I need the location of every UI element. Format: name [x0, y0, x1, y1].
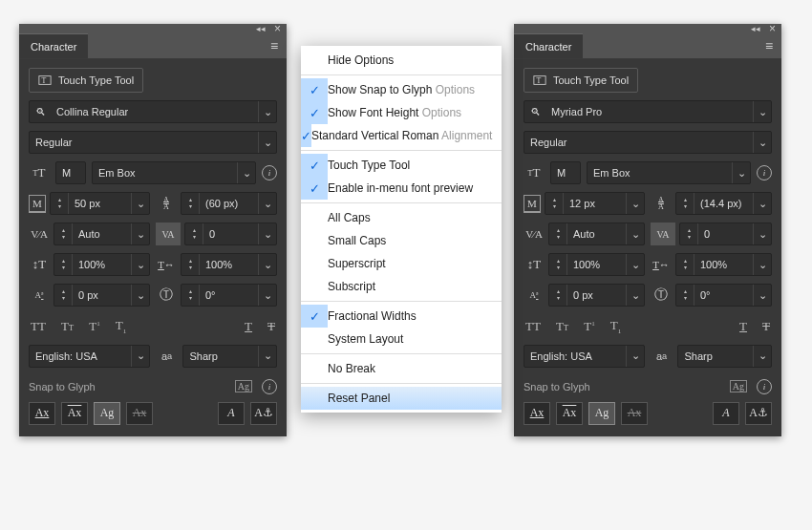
all-caps-icon[interactable]: TT — [525, 319, 541, 334]
chevron-down-icon[interactable]: ⌄ — [131, 346, 149, 367]
stepper-icon[interactable]: ▴▾ — [182, 285, 200, 306]
hscale-field[interactable]: ▴▾ 100% ⌄ — [675, 253, 772, 276]
touch-type-tool-button[interactable]: T Touch Type Tool — [29, 68, 143, 93]
snap-baseline-icon[interactable]: Ax — [524, 402, 550, 425]
chevron-down-icon[interactable]: ⌄ — [258, 132, 276, 153]
vscale-field[interactable]: ▴▾ 100% ⌄ — [548, 253, 645, 276]
menu-show-snap-to-glyph[interactable]: ✓Show Snap to Glyph Options — [301, 78, 502, 101]
chevron-down-icon[interactable]: ⌄ — [753, 223, 771, 244]
small-caps-icon[interactable]: TT — [61, 319, 74, 334]
chevron-down-icon[interactable]: ⌄ — [258, 254, 276, 275]
menu-show-font-height[interactable]: ✓Show Font Height Options — [301, 101, 502, 124]
font-size-field[interactable]: ▴▾ 12 px ⌄ — [545, 192, 645, 215]
menu-enable-inmenu-preview[interactable]: ✓Enable in-menu font preview — [301, 177, 502, 200]
stepper-icon[interactable]: ▴▾ — [51, 193, 69, 214]
stepper-icon[interactable]: ▴▾ — [54, 254, 73, 275]
snap-proximity-icon[interactable]: Ax — [126, 402, 153, 425]
menu-system-layout[interactable]: System Layout — [301, 328, 502, 350]
menu-no-break[interactable]: No Break — [301, 357, 502, 380]
font-style-field[interactable]: Regular ⌄ — [29, 131, 277, 154]
close-icon[interactable]: × — [274, 22, 281, 35]
small-caps-icon[interactable]: TT — [556, 319, 568, 334]
info-icon[interactable]: i — [757, 379, 772, 394]
panel-menu-icon[interactable]: ≡ — [757, 33, 781, 58]
chevron-down-icon[interactable]: ⌄ — [753, 132, 771, 153]
antialias-field[interactable]: Sharp ⌄ — [182, 345, 277, 368]
height-ref-field[interactable]: Em Box ⌄ — [587, 161, 751, 184]
menu-all-caps[interactable]: All Caps — [301, 206, 502, 229]
stepper-icon[interactable]: ▴▾ — [545, 193, 564, 214]
language-field[interactable]: English: USA ⌄ — [29, 345, 150, 368]
menu-superscript[interactable]: Superscript — [301, 252, 502, 275]
baseline-field[interactable]: ▴▾ 0 px ⌄ — [548, 284, 645, 307]
chevron-down-icon[interactable]: ⌄ — [131, 223, 149, 244]
chevron-down-icon[interactable]: ⌄ — [258, 346, 276, 367]
chevron-down-icon[interactable]: ⌄ — [258, 285, 276, 306]
font-size-field[interactable]: ▴▾ 50 px ⌄ — [50, 192, 150, 215]
chevron-down-icon[interactable]: ⌄ — [131, 254, 149, 275]
tracking-field[interactable]: ▴▾ 0 ⌄ — [679, 223, 772, 245]
superscript-icon[interactable]: T1 — [584, 319, 594, 334]
antialias-field[interactable]: Sharp ⌄ — [677, 345, 772, 368]
language-field[interactable]: English: USA ⌄ — [524, 345, 645, 368]
font-style-field[interactable]: Regular ⌄ — [524, 131, 772, 154]
snap-glyph-bounds-icon[interactable]: Ag — [588, 402, 615, 425]
chevron-down-icon[interactable]: ⌄ — [626, 193, 644, 214]
kerning-field[interactable]: ▴▾ Auto ⌄ — [53, 223, 150, 245]
chevron-down-icon[interactable]: ⌄ — [237, 162, 255, 183]
strikethrough-icon[interactable]: T — [762, 319, 770, 334]
chevron-down-icon[interactable]: ⌄ — [258, 223, 276, 244]
all-caps-icon[interactable]: TT — [31, 319, 46, 334]
leading-field[interactable]: ▴▾ (14.4 px) ⌄ — [675, 192, 772, 215]
height-ref-field[interactable]: Em Box ⌄ — [92, 161, 256, 184]
menu-hide-options[interactable]: Hide Options — [301, 49, 502, 72]
tab-character[interactable]: Character — [19, 33, 88, 58]
stepper-icon[interactable]: ▴▾ — [185, 223, 203, 244]
stepper-icon[interactable]: ▴▾ — [549, 254, 567, 275]
hscale-field[interactable]: ▴▾ 100% ⌄ — [181, 253, 277, 276]
collapse-icon[interactable]: ◂◂ — [751, 24, 760, 33]
snap-xheight-icon[interactable]: Ax — [556, 402, 583, 425]
rotation-field[interactable]: ▴▾ 0° ⌄ — [181, 284, 277, 307]
subscript-icon[interactable]: T1 — [610, 318, 621, 335]
ag-icon[interactable]: Ag — [235, 380, 252, 392]
subscript-icon[interactable]: T1 — [116, 318, 126, 335]
underline-icon[interactable]: T — [739, 319, 747, 334]
superscript-icon[interactable]: T1 — [89, 319, 99, 334]
stepper-icon[interactable]: ▴▾ — [676, 285, 694, 306]
ag-icon[interactable]: Ag — [730, 380, 747, 392]
snap-glyph-bounds-icon[interactable]: Ag — [94, 402, 120, 425]
stepper-icon[interactable]: ▴▾ — [182, 193, 200, 214]
ref-glyph-field[interactable]: M — [550, 161, 581, 184]
close-icon[interactable]: × — [769, 22, 776, 35]
baseline-field[interactable]: ▴▾ 0 px ⌄ — [53, 284, 150, 307]
menu-reset-panel[interactable]: Reset Panel — [301, 387, 502, 410]
stepper-icon[interactable]: ▴▾ — [676, 193, 694, 214]
chevron-down-icon[interactable]: ⌄ — [753, 101, 771, 122]
chevron-down-icon[interactable]: ⌄ — [626, 346, 644, 367]
stepper-icon[interactable]: ▴▾ — [549, 285, 567, 306]
tab-character[interactable]: Character — [514, 33, 583, 58]
info-icon[interactable]: i — [757, 165, 772, 180]
rotation-field[interactable]: ▴▾ 0° ⌄ — [675, 284, 772, 307]
chevron-down-icon[interactable]: ⌄ — [753, 193, 771, 214]
underline-icon[interactable]: T — [245, 319, 252, 334]
stepper-icon[interactable]: ▴▾ — [182, 254, 200, 275]
panel-menu-icon[interactable]: ≡ — [262, 33, 287, 58]
snap-anchor-icon[interactable]: A⚓︎ — [250, 402, 277, 425]
chevron-down-icon[interactable]: ⌄ — [131, 193, 149, 214]
font-family-field[interactable]: 🔍︎ Myriad Pro ⌄ — [524, 100, 772, 123]
snap-proximity-icon[interactable]: Ax — [621, 402, 648, 425]
snap-baseline-icon[interactable]: Ax — [29, 402, 55, 425]
menu-fractional-widths[interactable]: ✓Fractional Widths — [301, 305, 502, 328]
snap-xheight-icon[interactable]: Ax — [61, 402, 88, 425]
chevron-down-icon[interactable]: ⌄ — [732, 162, 750, 183]
chevron-down-icon[interactable]: ⌄ — [753, 285, 771, 306]
collapse-icon[interactable]: ◂◂ — [256, 24, 266, 33]
font-family-field[interactable]: 🔍︎ Collina Regular ⌄ — [29, 100, 277, 123]
stepper-icon[interactable]: ▴▾ — [54, 223, 73, 244]
info-icon[interactable]: i — [262, 379, 277, 394]
menu-standard-vertical-roman[interactable]: ✓Standard Vertical Roman Alignment — [301, 124, 502, 147]
tracking-field[interactable]: ▴▾ 0 ⌄ — [184, 223, 277, 245]
chevron-down-icon[interactable]: ⌄ — [626, 223, 644, 244]
